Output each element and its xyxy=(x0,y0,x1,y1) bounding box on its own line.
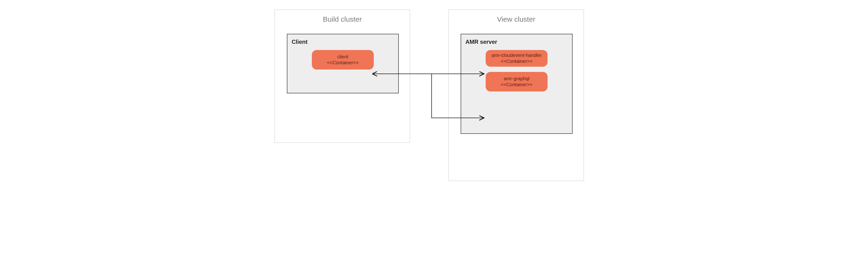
client-container-name: client xyxy=(315,54,371,60)
client-container-node: client <<Container>> xyxy=(312,50,374,69)
view-cluster: View cluster AMR server amr-cloudevent-h… xyxy=(448,9,584,181)
build-cluster-title: Build cluster xyxy=(275,15,410,23)
view-cluster-title: View cluster xyxy=(449,15,584,23)
amr-server-panel-title: AMR server xyxy=(465,38,568,45)
amr-server-panel: AMR server amr-cloudevent-handler <<Cont… xyxy=(461,34,572,134)
amr-cloudevent-handler-name: amr-cloudevent-handler xyxy=(489,52,545,58)
client-panel-title: Client xyxy=(291,38,394,45)
client-container-stereotype: <<Container>> xyxy=(315,60,371,66)
build-cluster: Build cluster Client client <<Container>… xyxy=(275,9,410,143)
amr-graphql-name: amr-graphql xyxy=(489,76,545,82)
diagram-canvas: Build cluster Client client <<Container>… xyxy=(251,0,617,261)
amr-cloudevent-handler-node: amr-cloudevent-handler <<Container>> xyxy=(486,50,548,67)
amr-cloudevent-handler-stereotype: <<Container>> xyxy=(489,58,545,64)
amr-graphql-stereotype: <<Container>> xyxy=(489,82,545,88)
client-panel: Client client <<Container>> xyxy=(287,34,399,93)
amr-graphql-node: amr-graphql <<Container>> xyxy=(486,72,548,91)
